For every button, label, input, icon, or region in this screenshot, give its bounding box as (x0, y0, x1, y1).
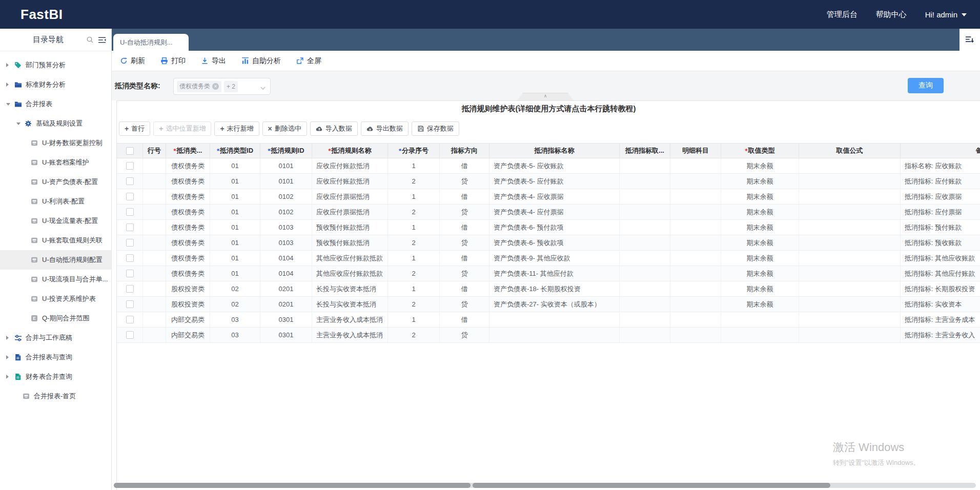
row-checkbox[interactable] (126, 316, 134, 323)
toolbar-refresh[interactable]: 刷新 (120, 56, 145, 66)
row-checkbox[interactable] (126, 285, 134, 293)
row-checkbox[interactable] (126, 270, 134, 277)
sidebar-item[interactable]: U-利润表-配置 (0, 192, 111, 211)
tag-close-icon[interactable]: × (212, 83, 219, 90)
grid-button-导入数据[interactable]: 导入数据 (310, 121, 358, 136)
grid-button-首行[interactable]: +首行 (119, 121, 150, 136)
user-menu[interactable]: Hi! admin (925, 10, 967, 19)
toolbar-fullscreen[interactable]: 全屏 (296, 56, 321, 66)
sidebar-item[interactable]: 合并与工作底稿 (0, 328, 111, 348)
query-button[interactable]: 查询 (908, 78, 944, 93)
nav-link-help[interactable]: 帮助中心 (876, 10, 907, 19)
tree-caret-icon[interactable] (6, 83, 14, 87)
sidebar-item[interactable]: 部门预算分析 (0, 55, 111, 75)
row-checkbox[interactable] (126, 193, 134, 200)
tree-caret-icon[interactable] (16, 122, 25, 125)
sidebar-item[interactable]: 合并报表与查询 (0, 348, 111, 367)
tree-caret-icon[interactable] (6, 375, 14, 379)
sidebar-item[interactable]: 标准财务分析 (0, 75, 111, 94)
tab-list-icon[interactable] (959, 29, 980, 51)
sidebar-item[interactable]: U-自动抵消规则配置 (0, 250, 111, 270)
select-all-checkbox[interactable] (126, 147, 134, 155)
cell (670, 189, 721, 204)
nav-link-admin[interactable]: 管理后台 (827, 10, 858, 19)
cell (721, 312, 799, 327)
toolbar-chart[interactable]: 自助分析 (241, 56, 281, 66)
tree-caret-icon[interactable] (6, 63, 14, 67)
cell: 期末余额 (721, 251, 799, 266)
sidebar-item[interactable]: 合并报表 (0, 94, 111, 114)
cell: 贷 (440, 235, 489, 250)
horizontal-scrollbar-thumb[interactable] (114, 483, 471, 488)
table-row[interactable]: 债权债务类010103预收预付账款抵消2贷资产负债表-6- 预收款项期末余额抵消… (117, 235, 980, 251)
collapse-menu-icon[interactable] (98, 36, 106, 44)
table-row[interactable]: 债权债务类010102应收应付票据抵消2贷资产负债表-4- 应付票据期末余额抵消… (117, 205, 980, 220)
row-checkbox[interactable] (126, 223, 134, 231)
table-row[interactable]: 债权债务类010103预收预付账款抵消1借资产负债表-6- 预付款项期末余额抵消… (117, 220, 980, 235)
sidebar-item[interactable]: EQ-期间合并范围 (0, 309, 111, 328)
sidebar-item-label: U-自动抵消规则配置 (42, 255, 103, 264)
collapse-handle[interactable]: ∧ (517, 93, 574, 100)
grid-button-保存数据[interactable]: 保存数据 (412, 121, 459, 136)
column-header-取值公式: 取值公式 (799, 144, 901, 158)
sidebar-item[interactable]: U-资产负债表-配置 (0, 172, 111, 192)
table-title[interactable]: 抵消规则维护表(详细使用方式请点击本行跳转教程) (117, 104, 980, 114)
row-checkbox[interactable] (126, 162, 134, 170)
tree-caret-icon[interactable] (6, 103, 14, 106)
row-checkbox[interactable] (126, 331, 134, 339)
fullscreen-icon (296, 57, 304, 65)
grid-button-导出数据[interactable]: 导出数据 (361, 121, 409, 136)
table-row[interactable]: 债权债务类010102应收应付票据抵消1借资产负债表-4- 应收票据期末余额抵消… (117, 189, 980, 205)
cell: 03 (210, 328, 260, 342)
sidebar-item[interactable]: U-账套取值规则关联 (0, 231, 111, 250)
cell: 0102 (260, 205, 312, 219)
more-tag: + 2 (224, 81, 238, 92)
table-row[interactable]: 股权投资类020201长投与实收资本抵消1借资产负债表-18- 长期股权投资期末… (117, 281, 980, 297)
search-icon[interactable] (86, 36, 94, 44)
tree-caret-icon[interactable] (6, 336, 14, 340)
table-row[interactable]: 股权投资类020201长投与实收资本抵消2贷资产负债表-27- 实收资本（或股本… (117, 297, 980, 312)
tab-strip: U-自动抵消规则... (112, 29, 980, 51)
cell: 其他应收应付账款抵款 (312, 266, 388, 281)
sidebar-item[interactable]: U-账套档案维护 (0, 153, 111, 172)
grid-button-末行新增[interactable]: +末行新增 (214, 121, 259, 136)
row-checkbox[interactable] (126, 254, 134, 262)
offset-type-select[interactable]: 债权债务类 × + 2 (173, 78, 271, 95)
sidebar-item[interactable]: U-现流项目与合并单... (0, 270, 111, 289)
cell: 1 (388, 251, 440, 266)
toolbar-print[interactable]: 打印 (160, 56, 186, 66)
table-row[interactable]: 债权债务类010104其他应收应付账款抵款2贷资产负债表-11- 其他应付款期末… (117, 266, 980, 281)
row-checkbox[interactable] (126, 177, 134, 185)
app-icon (23, 393, 33, 400)
table-row[interactable]: 债权债务类010104其他应收应付账款抵款1借资产负债表-9- 其他应收款期末余… (117, 251, 980, 266)
sidebar-item[interactable]: 合并报表-首页 (0, 386, 111, 406)
cell-row-number (143, 235, 166, 250)
table-row[interactable]: 债权债务类010101应收应付账款抵消2贷资产负债表-5- 应付账款期末余额抵消… (117, 174, 980, 189)
sidebar-item-label: U-现流项目与合并单... (42, 275, 108, 284)
tree-caret-icon[interactable] (6, 355, 14, 359)
sidebar-item[interactable]: U-投资关系维护表 (0, 289, 111, 309)
cell: 01 (210, 235, 260, 250)
table-row[interactable]: 内部交易类030301主营业务收入成本抵消2贷抵消指标: 主营业务收入 (117, 328, 980, 343)
row-checkbox[interactable] (126, 300, 134, 308)
grid-button-删除选中[interactable]: ×删除选中 (262, 121, 307, 136)
table-row[interactable]: 内部交易类030301主营业务收入成本抵消1借抵消指标: 主营业务成本 (117, 312, 980, 328)
cell-row-number (143, 266, 166, 281)
sidebar-item[interactable]: 基础及规则设置 (0, 114, 111, 133)
sidebar-item[interactable]: 财务表合并查询 (0, 367, 111, 386)
tab-active[interactable]: U-自动抵消规则... (113, 34, 189, 51)
cell: 其他应收应付账款抵款 (312, 251, 388, 266)
cell: 贷 (440, 174, 489, 189)
folder-icon (14, 100, 25, 108)
table-row[interactable]: 债权债务类010101应收应付账款抵消1借资产负债表-5- 应收账款期末余额指标… (117, 158, 980, 174)
cell: 0101 (260, 174, 312, 189)
horizontal-scrollbar-thumb[interactable] (473, 483, 830, 488)
column-header-抵消规则名称: *抵消规则名称 (312, 144, 388, 158)
sidebar-item[interactable]: U-现金流量表-配置 (0, 211, 111, 231)
toolbar-download[interactable]: 导出 (201, 56, 226, 66)
sidebar-item[interactable]: U-财务数据更新控制 (0, 133, 111, 153)
cell: 借 (440, 220, 489, 235)
row-checkbox[interactable] (126, 239, 134, 247)
row-checkbox[interactable] (126, 208, 134, 216)
app-icon (31, 139, 41, 147)
